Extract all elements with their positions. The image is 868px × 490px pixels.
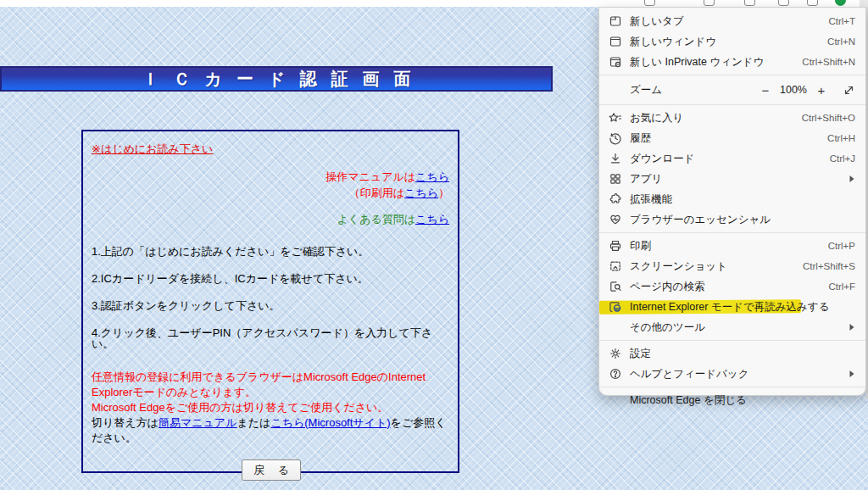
simple-manual-link[interactable]: 簡易マニュアル bbox=[159, 416, 237, 429]
print-line: （印刷用はこちら） bbox=[92, 185, 449, 201]
menu-item-label: ダウンロード bbox=[630, 152, 823, 166]
menu-item-その他のツール[interactable]: その他のツール bbox=[599, 317, 865, 337]
menu-item-essentials[interactable]: ブラウザーのエッセンシャル bbox=[599, 209, 865, 230]
content-box: ※はじめにお読み下さい 操作マニュアルはこちら （印刷用はこちら） よくある質問… bbox=[81, 130, 459, 473]
faq-link[interactable]: こちら bbox=[415, 213, 449, 226]
manual-line: 操作マニュアルはこちら bbox=[92, 169, 449, 185]
instruction-steps: 1.上記の「はじめにお読みください」をご確認下さい。2.ICカードリーダを接続し… bbox=[92, 246, 451, 349]
back-button[interactable]: 戻 る bbox=[242, 459, 301, 481]
toolbar-icon[interactable] bbox=[807, 0, 818, 6]
switch-line: 切り替え方は簡易マニュアルまたはこちら(Microsoftサイト)をご参照くださ… bbox=[92, 415, 451, 446]
menu-item-label: Microsoft Edge を閉じる bbox=[630, 393, 855, 408]
favorites-icon bbox=[608, 111, 622, 125]
menu-separator bbox=[599, 104, 865, 105]
zoom-in-button[interactable]: + bbox=[812, 81, 831, 99]
menu-item-shortcut: Ctrl+T bbox=[828, 16, 855, 26]
menu-item-inprivate[interactable]: 新しい InPrivate ウィンドウCtrl+Shift+N bbox=[599, 52, 865, 72]
read-first-link[interactable]: ※はじめにお読み下さい bbox=[92, 142, 213, 155]
menu-item-ie-mode[interactable]: Internet Explorer モードで再読み込みする bbox=[599, 297, 865, 317]
history-icon bbox=[608, 131, 622, 146]
instruction-step-2: 2.ICカードリーダを接続し、ICカードを載せて下さい。 bbox=[92, 273, 451, 284]
menu-item-shortcut: Ctrl+P bbox=[828, 241, 855, 251]
edge-menu-dropdown: 新しいタブCtrl+T新しいウィンドウCtrl+N新しい InPrivate ウ… bbox=[598, 7, 866, 396]
menu-item-label: ページ内の検索 bbox=[630, 280, 821, 294]
menu-item-shortcut: Ctrl+Shift+S bbox=[803, 261, 855, 271]
page-title-banner: ＩＣカード認証画面 bbox=[0, 66, 553, 92]
menu-item-extensions[interactable]: 拡張機能 bbox=[599, 189, 865, 209]
menu-separator bbox=[599, 232, 865, 233]
menu-item-label: 新しい InPrivate ウィンドウ bbox=[630, 55, 795, 70]
split-screen-icon[interactable] bbox=[744, 0, 755, 6]
menu-item-label: 拡張機能 bbox=[630, 192, 855, 207]
menu-item-shortcut: Ctrl+Shift+O bbox=[802, 113, 855, 123]
menu-item-find[interactable]: ページ内の検索Ctrl+F bbox=[599, 276, 865, 297]
toolbar-icon[interactable] bbox=[644, 0, 655, 6]
print-link[interactable]: こちら bbox=[404, 187, 438, 199]
no-icon bbox=[608, 320, 622, 335]
ie-mode-icon bbox=[608, 300, 622, 315]
faq-line: よくある質問はこちら bbox=[92, 211, 449, 227]
warning-line-1: 任意情報の登録に利用できるブラウザーはMicrosoft EdgeのIntern… bbox=[92, 370, 451, 400]
menu-item-settings[interactable]: 設定 bbox=[599, 343, 865, 364]
print-icon bbox=[608, 239, 622, 253]
warning-block: 任意情報の登録に利用できるブラウザーはMicrosoft EdgeのIntern… bbox=[92, 370, 451, 446]
menu-item-new-window[interactable]: 新しいウィンドウCtrl+N bbox=[599, 31, 865, 52]
downloads-icon bbox=[608, 152, 622, 166]
menu-item-shortcut: Ctrl+H bbox=[827, 133, 855, 143]
menu-item-label: Internet Explorer モードで再読み込みする bbox=[630, 300, 855, 315]
submenu-arrow-icon bbox=[849, 370, 855, 378]
fullscreen-icon[interactable] bbox=[843, 84, 855, 97]
menu-item-label: アプリ bbox=[630, 172, 842, 187]
extensions-icon bbox=[608, 192, 622, 207]
window-edge bbox=[860, 0, 868, 7]
menu-item-print[interactable]: 印刷Ctrl+P bbox=[599, 236, 865, 256]
menu-item-downloads[interactable]: ダウンロードCtrl+J bbox=[599, 148, 865, 169]
menu-item-zoom[interactable]: ズーム−100%+ bbox=[599, 78, 865, 102]
instruction-step-1: 1.上記の「はじめにお読みください」をご確認下さい。 bbox=[92, 246, 451, 257]
manual-label: 操作マニュアルは bbox=[326, 170, 415, 183]
menu-separator bbox=[599, 340, 865, 341]
menu-item-label: 設定 bbox=[630, 347, 855, 361]
menu-item-favorites[interactable]: お気に入りCtrl+Shift+O bbox=[599, 108, 865, 128]
menu-item-label: その他のツール bbox=[630, 320, 842, 335]
help-icon bbox=[608, 367, 622, 381]
menu-item-label: ブラウザーのエッセンシャル bbox=[630, 213, 855, 227]
zoom-label: ズーム bbox=[630, 83, 756, 97]
menu-separator bbox=[599, 75, 865, 75]
menu-item-label: ヘルプとフィードバック bbox=[630, 367, 842, 381]
extension-badge-icon[interactable] bbox=[835, 0, 846, 6]
no-icon bbox=[608, 393, 622, 408]
new-tab-icon bbox=[608, 14, 622, 29]
menu-item-label: 新しいタブ bbox=[630, 14, 821, 29]
essentials-icon bbox=[608, 213, 622, 227]
menu-item-help[interactable]: ヘルプとフィードバック bbox=[599, 364, 865, 384]
favorites-toolbar-icon[interactable] bbox=[704, 0, 715, 6]
menu-item-label: スクリーンショット bbox=[630, 259, 796, 274]
menu-separator bbox=[599, 387, 865, 387]
microsoft-site-link[interactable]: こちら(Microsoftサイト) bbox=[270, 416, 390, 429]
submenu-arrow-icon bbox=[849, 175, 855, 183]
menu-item-label: 印刷 bbox=[630, 239, 821, 253]
manual-link[interactable]: こちら bbox=[415, 170, 449, 183]
zoom-value: 100% bbox=[775, 84, 812, 96]
browser-toolbar-sliver bbox=[0, 0, 868, 7]
apps-icon bbox=[608, 172, 622, 187]
toolbar-icon[interactable] bbox=[778, 0, 789, 6]
menu-item-history[interactable]: 履歴Ctrl+H bbox=[599, 128, 865, 148]
find-icon bbox=[608, 280, 622, 294]
menu-item-apps[interactable]: アプリ bbox=[599, 169, 865, 189]
new-window-icon bbox=[608, 35, 622, 49]
menu-item-label: 新しいウィンドウ bbox=[630, 35, 821, 49]
instruction-step-3: 3.認証ボタンをクリックして下さい。 bbox=[92, 300, 451, 311]
menu-item-screenshot[interactable]: スクリーンショットCtrl+Shift+S bbox=[599, 256, 865, 276]
menu-item-Microsoft Edge を閉じる[interactable]: Microsoft Edge を閉じる bbox=[599, 390, 865, 410]
zoom-out-button[interactable]: − bbox=[756, 81, 775, 99]
inprivate-icon bbox=[608, 55, 622, 70]
faq-label: よくある質問は bbox=[337, 213, 416, 226]
menu-item-shortcut: Ctrl+F bbox=[828, 281, 855, 292]
menu-item-shortcut: Ctrl+N bbox=[827, 36, 855, 47]
print-label: （印刷用は bbox=[349, 187, 404, 199]
submenu-arrow-icon bbox=[849, 323, 855, 331]
menu-item-shortcut: Ctrl+Shift+N bbox=[802, 57, 855, 67]
menu-item-new-tab[interactable]: 新しいタブCtrl+T bbox=[599, 11, 865, 31]
